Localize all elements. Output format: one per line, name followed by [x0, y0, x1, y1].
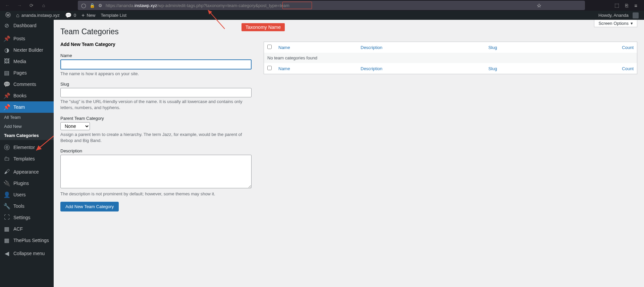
col-footer-description[interactable]: Description	[361, 66, 382, 71]
submenu-all-team[interactable]: All Team	[0, 113, 54, 122]
pin-icon: 📌	[3, 104, 10, 110]
parent-select[interactable]: None	[60, 122, 90, 130]
lock-icon: 🔒	[90, 3, 95, 8]
col-header-count[interactable]: Count	[622, 45, 634, 50]
select-all-top[interactable]	[267, 45, 272, 49]
sidebar-item-posts[interactable]: 📌Posts	[0, 33, 54, 44]
sidebar-item-books[interactable]: 📌Books	[0, 90, 54, 101]
sidebar-item-settings[interactable]: ⛶Settings	[0, 212, 54, 223]
wp-logo[interactable]: ⓦ	[3, 11, 13, 20]
sidebar-collapse[interactable]: ◀Collapse menu	[0, 248, 54, 259]
sidebar-item-pages[interactable]: ▤Pages	[0, 67, 54, 79]
permissions-icon: ⚙	[98, 3, 102, 8]
plus-icon: +	[82, 12, 85, 18]
sidebar-item-comments[interactable]: 💬Comments	[0, 79, 54, 90]
pin-icon: 📌	[3, 92, 10, 99]
home-button[interactable]: ⌂	[39, 1, 48, 10]
bookmark-star-icon[interactable]: ☆	[537, 2, 541, 9]
sidebar-item-nexter[interactable]: ◑Nexter Builder	[0, 44, 54, 56]
back-button[interactable]: ←	[3, 1, 12, 10]
add-term-form: Add New Team Category Name The name is h…	[60, 42, 252, 211]
sidebar-item-elementor[interactable]: ⓔElementor	[0, 142, 54, 153]
theplus-icon: ▦	[3, 237, 10, 244]
pocket-icon[interactable]: ⬚	[614, 2, 619, 8]
elementor-icon: ⓔ	[3, 144, 10, 151]
description-help: The description is not prominent by defa…	[60, 191, 252, 197]
sidebar-item-appearance[interactable]: 🖌Appearance	[0, 166, 54, 178]
sidebar-item-tools[interactable]: 🔧Tools	[0, 200, 54, 212]
sidebar-item-media[interactable]: 🖾Media	[0, 56, 54, 67]
wp-admin-bar: ⓦ ⌂ananda.instawp.xyz 💬0 +New Template L…	[0, 11, 644, 20]
sidebar-item-users[interactable]: 👤Users	[0, 189, 54, 200]
col-footer-count[interactable]: Count	[622, 66, 634, 71]
name-input[interactable]	[60, 59, 252, 69]
dashboard-icon: ⊘	[3, 22, 10, 29]
extensions-icon[interactable]: ⎘	[625, 3, 628, 8]
terms-table: Name Description Slug Count No team cate…	[264, 42, 637, 74]
reload-button[interactable]: ⟳	[27, 1, 36, 10]
user-icon: 👤	[3, 191, 10, 198]
folder-icon: 🗀	[3, 155, 10, 162]
forward-button[interactable]: →	[15, 1, 24, 10]
browser-toolbar: ← → ⟳ ⌂ ◯ 🔒 ⚙ https://ananda.instawp.xyz…	[0, 0, 644, 11]
slug-label: Slug	[60, 82, 252, 87]
screen-options-toggle[interactable]: Screen Options ▾	[594, 20, 637, 27]
sidebar-item-theplus[interactable]: ▦ThePlus Settings	[0, 235, 54, 246]
form-heading: Add New Team Category	[60, 42, 252, 47]
col-footer-name[interactable]: Name	[278, 66, 290, 71]
template-list-link[interactable]: Template List	[98, 11, 129, 20]
media-icon: 🖾	[3, 58, 10, 65]
description-label: Description	[60, 148, 252, 153]
submit-button[interactable]: Add New Team Category	[60, 202, 119, 211]
sidebar-submenu-team: All Team Add New Team Categories	[0, 113, 54, 140]
select-all-bottom[interactable]	[267, 66, 272, 70]
wrench-icon: 🔧	[3, 203, 10, 209]
avatar-icon	[633, 12, 639, 18]
annotation-taxonomy-name: Taxonomy Name	[241, 23, 285, 31]
brush-icon: 🖌	[3, 169, 10, 175]
sidebar-item-templates[interactable]: 🗀Templates	[0, 153, 54, 164]
sidebar-item-acf[interactable]: ▦ACF	[0, 223, 54, 235]
submenu-team-categories[interactable]: Team Categories	[0, 131, 54, 140]
comments-icon: 💬	[3, 81, 10, 88]
acf-icon: ▦	[3, 226, 10, 232]
admin-sidebar: ⊘Dashboard 📌Posts ◑Nexter Builder 🖾Media…	[0, 20, 54, 287]
page-icon: ▤	[3, 69, 10, 76]
sidebar-item-dashboard[interactable]: ⊘Dashboard	[0, 20, 54, 31]
url-bar[interactable]: ◯ 🔒 ⚙ https://ananda.instawp.xyz/wp-admi…	[78, 1, 585, 10]
wordpress-icon: ⓦ	[5, 12, 11, 19]
name-label: Name	[60, 53, 252, 58]
submenu-add-new[interactable]: Add New	[0, 122, 54, 131]
chevron-down-icon: ▾	[631, 21, 633, 26]
description-textarea[interactable]	[60, 155, 252, 188]
nexter-icon: ◑	[3, 47, 10, 53]
home-icon: ⌂	[16, 12, 19, 18]
name-help: The name is how it appears on your site.	[60, 71, 252, 77]
col-header-name[interactable]: Name	[278, 45, 290, 50]
slug-help: The "slug" is the URL-friendly version o…	[60, 99, 252, 111]
page-title: Team Categories	[60, 27, 637, 36]
col-footer-slug[interactable]: Slug	[488, 66, 497, 71]
empty-row: No team categories found	[264, 53, 637, 63]
col-header-slug[interactable]: Slug	[488, 45, 497, 50]
parent-label: Parent Team Category	[60, 116, 252, 121]
plug-icon: 🔌	[3, 180, 10, 187]
comment-icon: 💬	[65, 12, 72, 18]
parent-help: Assign a parent term to create a hierarc…	[60, 132, 252, 144]
howdy-link[interactable]: Howdy, Ananda	[596, 12, 641, 18]
shield-icon: ◯	[81, 3, 86, 8]
sidebar-item-plugins[interactable]: 🔌Plugins	[0, 178, 54, 189]
sidebar-item-team[interactable]: 📌Team	[0, 101, 54, 113]
site-link[interactable]: ⌂ananda.instawp.xyz	[13, 11, 62, 20]
slug-input[interactable]	[60, 88, 252, 97]
sliders-icon: ⛶	[3, 214, 10, 221]
hamburger-icon[interactable]: ≡	[634, 3, 637, 8]
col-header-description[interactable]: Description	[361, 45, 382, 50]
new-link[interactable]: +New	[79, 11, 98, 20]
comments-link[interactable]: 💬0	[62, 11, 79, 20]
url-text: https://ananda.instawp.xyz/wp-admin/edit…	[106, 3, 289, 8]
collapse-icon: ◀	[3, 250, 10, 257]
main-content: Screen Options ▾ Team Categories Add New…	[54, 20, 644, 287]
pin-icon: 📌	[3, 35, 10, 42]
